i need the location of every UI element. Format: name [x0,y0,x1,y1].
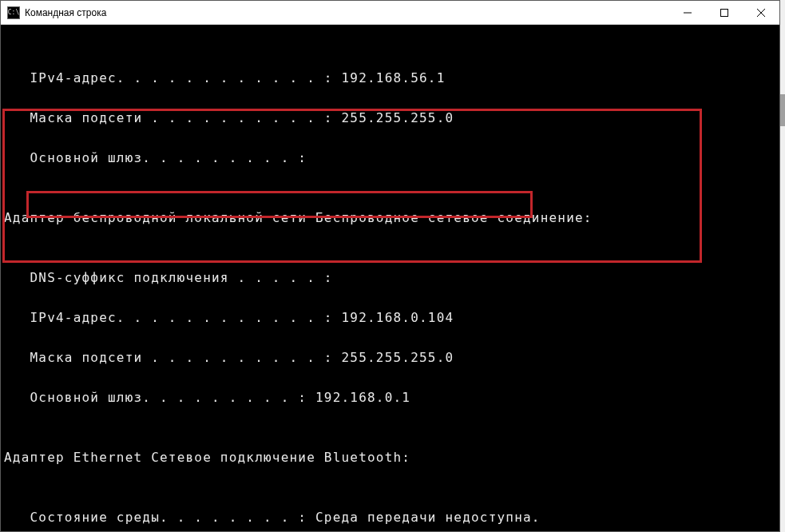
output-line: Маска подсети . . . . . . . . . . : 255.… [4,347,779,367]
highlight-adapter-block [2,109,702,263]
output-line: IPv4-адрес. . . . . . . . . . . . : 192.… [4,308,779,328]
output-line: Адаптер беспроводной локальной сети Бесп… [4,208,779,228]
close-button[interactable] [743,1,779,24]
output-line: Основной шлюз. . . . . . . . . : [4,148,779,168]
output-line: DNS-суффикс подключения . . . . . : [4,268,779,288]
maximize-button[interactable] [706,1,743,24]
output-line: IPv4-адрес. . . . . . . . . . . . : 192.… [4,68,779,88]
close-icon [757,9,765,17]
minimize-button[interactable] [669,1,706,24]
minimize-icon [684,9,692,17]
cmd-icon: C:\ [7,6,20,19]
command-prompt-window: C:\ Командная строка IPv4-адрес. . . . .… [0,0,780,532]
output-line: Маска подсети . . . . . . . . . . : 255.… [4,108,779,128]
window-controls [669,1,779,24]
page-scrollbar[interactable] [780,0,785,532]
maximize-icon [720,9,728,17]
output-line: Адаптер Ethernet Сетевое подключение Blu… [4,447,779,467]
svg-rect-1 [721,9,728,16]
window-title: Командная строка [25,7,669,18]
scrollbar-thumb[interactable] [780,94,785,126]
console-output[interactable]: IPv4-адрес. . . . . . . . . . . . : 192.… [1,25,779,531]
titlebar[interactable]: C:\ Командная строка [1,1,779,25]
output-line: Состояние среды. . . . . . . . : Среда п… [4,507,779,527]
output-line: Основной шлюз. . . . . . . . . : 192.168… [4,387,779,407]
